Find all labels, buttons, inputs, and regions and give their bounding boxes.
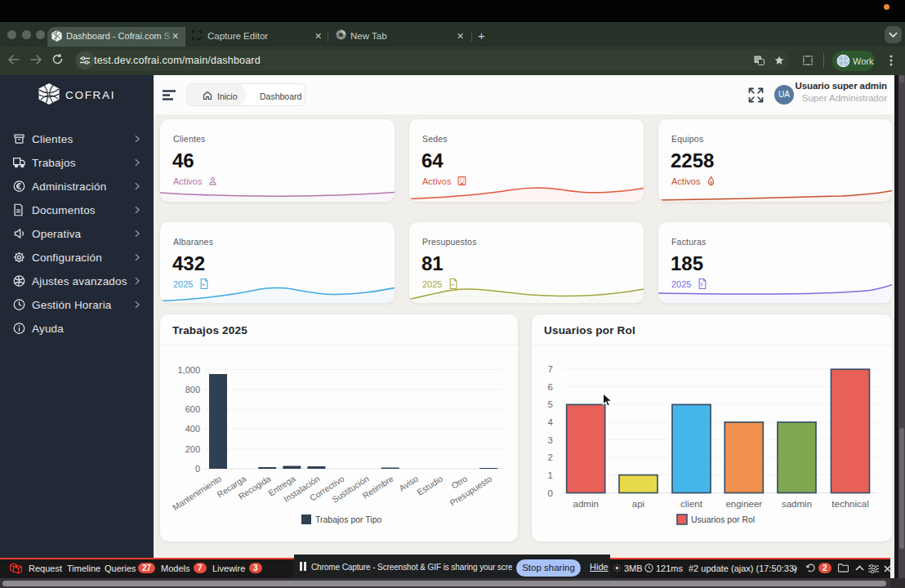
- svg-text:2: 2: [548, 452, 553, 462]
- svg-text:technical: technical: [831, 499, 868, 509]
- svg-text:400: 400: [185, 424, 200, 434]
- svg-text:800: 800: [185, 385, 200, 394]
- svg-text:engineer: engineer: [725, 499, 762, 509]
- svg-text:4: 4: [548, 417, 554, 427]
- svg-text:600: 600: [185, 404, 200, 414]
- svg-text:3: 3: [548, 435, 553, 445]
- svg-text:admin: admin: [573, 499, 599, 509]
- svg-text:1: 1: [548, 470, 553, 480]
- svg-text:Usuarios por Rol: Usuarios por Rol: [691, 514, 755, 524]
- svg-text:0: 0: [195, 464, 200, 474]
- svg-text:sadmin: sadmin: [782, 499, 812, 509]
- svg-text:0: 0: [548, 488, 553, 498]
- svg-text:Estudio: Estudio: [415, 474, 444, 497]
- svg-text:Trabajos por Tipo: Trabajos por Tipo: [315, 514, 381, 524]
- svg-text:200: 200: [185, 444, 200, 454]
- svg-text:6: 6: [548, 382, 553, 392]
- svg-text:1,000: 1,000: [177, 365, 200, 375]
- svg-text:7: 7: [548, 364, 553, 374]
- svg-text:api: api: [632, 499, 644, 509]
- svg-text:client: client: [680, 499, 703, 509]
- svg-text:5: 5: [548, 399, 553, 409]
